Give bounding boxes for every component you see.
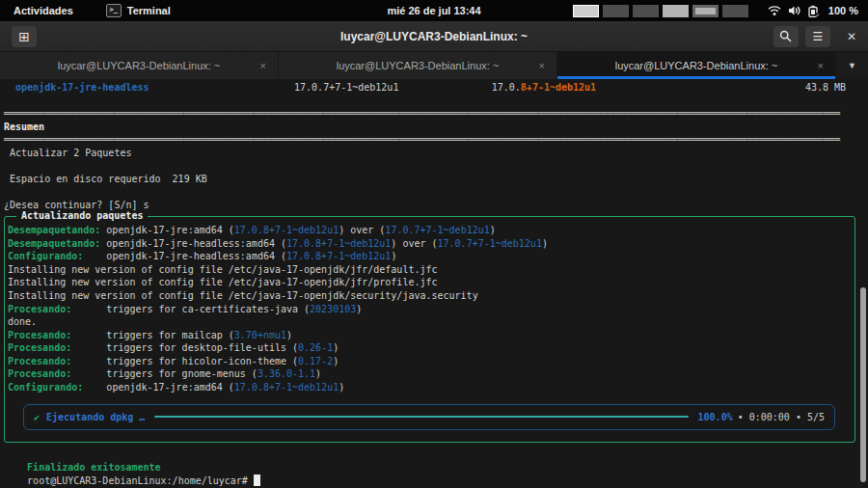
menu-button[interactable]: ☰ — [805, 26, 830, 47]
shell-prompt: root@LUYCAR3-DebianLinux:/home/luycar# — [27, 475, 254, 486]
system-status-area[interactable]: 100 % — [768, 5, 858, 17]
terminal-line: ════════════════════════════════════════… — [4, 107, 868, 121]
wifi-icon — [768, 5, 781, 16]
tab-1-close-icon[interactable]: × — [260, 60, 266, 71]
progress-label: Ejecutando dpkg … — [46, 412, 145, 422]
battery-icon — [807, 5, 820, 17]
scrollbar-thumb[interactable] — [860, 287, 866, 482]
tab-3[interactable]: luycar@LUYCAR3-DebianLinux: ~ × — [557, 52, 836, 79]
workspace-thumbnail-dim[interactable] — [722, 5, 748, 17]
terminal-line: Procesando: triggers for ca-certificates… — [8, 303, 852, 316]
volume-icon — [788, 5, 800, 16]
terminal-line: ════════════════════════════════════════… — [4, 133, 868, 147]
tab-3-label: luycar@LUYCAR3-DebianLinux: ~ — [615, 60, 778, 71]
tab-bar: luycar@LUYCAR3-DebianLinux: ~ × luycar@L… — [0, 52, 868, 79]
window-close-button[interactable]: ✕ — [847, 30, 856, 43]
terminal-line: Procesando: triggers for hicolor-icon-th… — [8, 355, 852, 368]
focused-app-menu[interactable]: >_ Terminal — [106, 4, 171, 17]
progress-stats: • 0:00:00 • 5/5 — [738, 412, 825, 422]
terminal-line: Installing new version of config file /e… — [8, 289, 852, 303]
workspace-thumbnail-dim[interactable] — [603, 5, 629, 17]
dpkg-progress-bar: ✔ Ejecutando dpkg … 100.0% • 0:00:00 • 5… — [23, 404, 835, 430]
terminal-app-icon: >_ — [106, 4, 122, 17]
workspace-thumbnail-framed[interactable] — [692, 5, 719, 17]
terminal-line: Configurando: openjdk-17-jre-headless:am… — [8, 250, 852, 263]
terminal-line: Procesando: triggers for mailcap (3.70+n… — [8, 329, 852, 342]
terminal-line: Procesando: triggers for desktop-file-ut… — [8, 341, 852, 355]
nala-update-box: Actualizando paquetes Desempaquetando: o… — [4, 216, 855, 443]
tab-1-label: luycar@LUYCAR3-DebianLinux: ~ — [58, 60, 221, 71]
tab-list-chevron[interactable]: ▼ — [836, 52, 868, 79]
chevron-down-icon: ▼ — [848, 61, 856, 70]
tab-2-close-icon[interactable]: × — [539, 60, 545, 71]
focused-app-name: Terminal — [127, 5, 171, 16]
battery-percentage: 100 % — [828, 5, 858, 16]
search-button[interactable] — [773, 26, 799, 47]
tab-3-close-icon[interactable]: × — [818, 60, 824, 71]
clock[interactable]: mié 26 de jul 13:44 — [387, 5, 480, 16]
progress-line — [154, 416, 688, 418]
window-title: luycar@LUYCAR3-DebianLinux: ~ — [340, 30, 528, 43]
tab-2[interactable]: luycar@LUYCAR3-DebianLinux: ~ × — [279, 52, 557, 79]
terminal-line: Desempaquetando: openjdk-17-jre-headless… — [8, 237, 852, 251]
check-icon: ✔ — [34, 412, 40, 422]
headerbar-buttons: ☰ ✕ — [773, 26, 856, 47]
terminal-output-box: Desempaquetando: openjdk-17-jre:amd64 (1… — [8, 224, 852, 394]
hamburger-menu-icon: ☰ — [813, 30, 824, 43]
nala-box-title: Actualizando paquetes — [16, 210, 148, 221]
workspace-thumbnail-focused[interactable] — [573, 5, 599, 17]
terminal-line: Espacio en disco requerido 219 KB — [4, 173, 868, 186]
terminal-line — [4, 160, 868, 174]
terminal-line: Installing new version of config file /e… — [8, 263, 852, 277]
terminal-line: Installing new version of config file /e… — [8, 276, 852, 289]
terminal-output-top: openjdk-17-jre-headless 17.0.7+7-1~deb12… — [4, 81, 868, 212]
terminal-line: Desempaquetando: openjdk-17-jre:amd64 (1… — [8, 224, 852, 237]
workspace-thumbnail-light[interactable] — [663, 5, 689, 17]
terminal-line: Configurando: openjdk-17-jre:amd64 (17.0… — [8, 381, 852, 394]
terminal-line: Actualizar 2 Paquetes — [4, 147, 868, 160]
new-tab-button[interactable]: ⊞ — [12, 26, 37, 47]
topbar-right: 100 % — [573, 5, 858, 17]
gnome-top-bar: Actividades >_ Terminal mié 26 de jul 13… — [0, 0, 868, 21]
workspace-thumbnail-dim[interactable] — [633, 5, 659, 17]
tab-1[interactable]: luycar@LUYCAR3-DebianLinux: ~ × — [0, 52, 279, 79]
progress-percent: 100.0% — [698, 412, 733, 422]
terminal-line: Procesando: triggers for gnome-menus (3.… — [8, 367, 852, 381]
search-icon — [779, 30, 792, 42]
activities-button[interactable]: Actividades — [14, 5, 73, 16]
final-status-line: Finalizado exitosamente — [4, 448, 868, 462]
terminal-line: openjdk-17-jre-headless 17.0.7+7-1~deb12… — [4, 81, 868, 95]
terminal-headerbar: ⊞ luycar@LUYCAR3-DebianLinux: ~ ☰ ✕ — [0, 21, 868, 52]
workspace-switcher[interactable] — [573, 5, 748, 17]
terminal-cursor — [254, 474, 260, 486]
terminal-viewport[interactable]: openjdk-17-jre-headless 17.0.7+7-1~deb12… — [0, 79, 868, 488]
terminal-line: Resumen — [4, 121, 868, 134]
terminal-line: done. — [8, 315, 852, 329]
terminal-line — [4, 186, 868, 200]
tab-2-label: luycar@LUYCAR3-DebianLinux: ~ — [337, 60, 500, 71]
terminal-line — [4, 95, 868, 108]
